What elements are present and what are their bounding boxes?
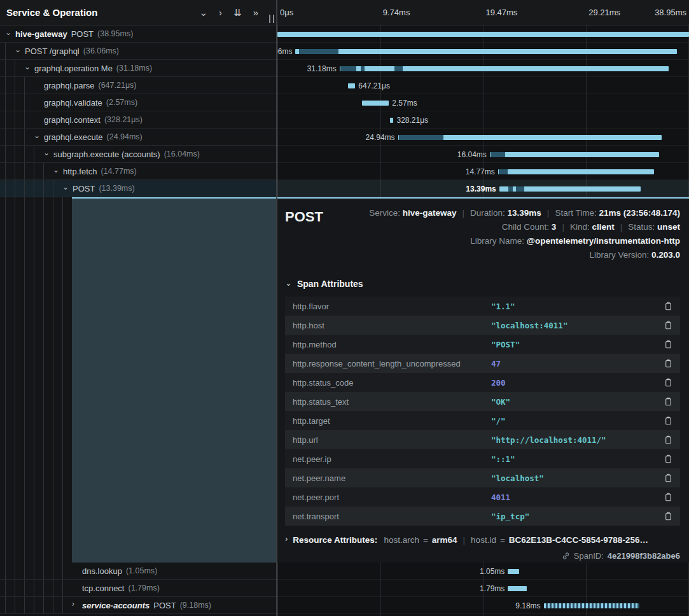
chevron-down-icon[interactable]: ⌄ [200,8,208,17]
span-timeline-row[interactable]: 36.06ms [277,43,689,60]
tick-label: 29.21ms [588,8,620,17]
attribute-key: http.flavor [293,302,491,311]
span-tree-row[interactable]: ⌄POST /graphql(36.06ms) [0,43,276,60]
copy-icon[interactable] [664,435,672,444]
separator: | [620,222,623,232]
span-bar[interactable] [340,66,669,71]
attribute-value: "/" [491,416,664,426]
copy-icon[interactable] [664,321,672,330]
span-bar[interactable] [498,169,654,174]
span-timeline-row[interactable]: 13.39ms [277,180,689,197]
span-timeline-row[interactable]: 38.95ms [277,25,689,43]
meta-value: @opentelemetry/instrumentation-http [527,236,680,246]
copy-icon[interactable] [664,493,672,501]
chevron-down-icon[interactable]: ⌄ [15,45,25,54]
span-timeline-row[interactable]: 9.18ms [277,597,689,614]
attribute-key: http.response_content_length_uncompresse… [293,359,491,368]
copy-icon[interactable] [664,359,672,368]
span-duration-text: (647.21μs) [99,81,137,90]
span-timeline-row[interactable]: 1.79ms [277,580,689,597]
copy-icon[interactable] [664,397,672,406]
span-timeline-row[interactable]: 16.04ms [277,146,689,163]
span-bar-segment [516,186,524,192]
span-timeline-row[interactable]: 1.05ms [277,563,689,580]
resource-key: host.id [471,535,496,545]
span-operation-name: dns.lookup [82,566,122,576]
resource-attributes-items: host.arch=arm64|host.id=BC62E13B-C4CC-58… [384,535,648,545]
span-tree-row[interactable]: ⌄http.fetch(14.77ms) [0,163,276,180]
span-tree-row[interactable]: graphql.context(328.21μs) [0,111,276,129]
copy-icon[interactable] [664,473,672,482]
attribute-value: 4011 [491,493,664,502]
resource-value: arm64 [432,535,457,545]
span-duration-label: 31.18ms [307,64,337,73]
span-operation-name: POST [71,29,94,39]
meta-value: 3 [552,222,557,232]
double-chevron-down-icon[interactable]: ⇊ [233,8,242,17]
span-duration-text: (14.77ms) [101,167,136,176]
span-tree-row[interactable]: ⌄graphql.operation Me(31.18ms) [0,60,276,77]
meta-value: 21ms (23:56:48.174) [599,208,680,218]
span-tree-row[interactable]: ⌄subgraph.execute (accounts)(16.04ms) [0,146,276,163]
span-attributes-header[interactable]: ⌄ Span Attributes [285,277,680,290]
span-bar[interactable] [508,569,518,574]
copy-icon[interactable] [664,512,672,521]
trace-viewer: 0μs9.74ms19.47ms29.21ms38.95ms 38.95ms36… [0,0,689,616]
span-timeline-row[interactable]: 2.57ms [277,94,689,111]
span-bar[interactable] [348,83,355,88]
copy-icon[interactable] [664,340,672,349]
span-timeline-row[interactable]: 647.21μs [277,77,689,94]
span-tree-row[interactable]: ⌄POST(13.39ms) [0,180,276,197]
chevron-down-icon[interactable]: ⌄ [53,165,63,174]
span-bar-segment [491,152,505,157]
span-bar-segment [299,49,338,54]
copy-icon[interactable] [664,378,672,387]
meta-label: Start Time: [555,208,599,218]
copy-icon[interactable] [664,416,672,425]
span-timeline-row[interactable]: 328.21μs [277,111,689,129]
span-bar[interactable] [508,586,527,591]
span-tree-row[interactable]: ›service-accountsPOST(9.18ms) [0,597,276,614]
double-chevron-right-icon[interactable]: » [253,8,258,17]
span-tree-row[interactable]: graphql.parse(647.21μs) [0,77,276,94]
span-tree-row[interactable]: tcp.connect(1.79ms) [0,580,276,597]
chevron-right-icon[interactable]: › [72,599,82,608]
span-bar-segment [361,66,365,71]
span-bar[interactable] [295,49,676,54]
span-bar[interactable] [490,152,660,157]
span-duration-text: (2.57ms) [106,98,137,107]
span-bar[interactable] [362,101,389,106]
span-bar[interactable] [544,603,639,608]
copy-icon[interactable] [664,302,672,311]
attribute-value: 47 [491,359,664,368]
meta-value: client [592,222,614,232]
tick-label: 19.47ms [486,8,518,17]
span-tree-row[interactable]: ⌄hive-gatewayPOST(38.95ms) [0,25,276,43]
span-timeline-row[interactable]: 31.18ms [277,60,689,77]
chevron-down-icon[interactable]: ⌄ [5,28,15,37]
attribute-row: net.peer.name"localhost" [285,468,680,487]
link-icon[interactable] [562,552,570,560]
attribute-row: http.flavor"1.1" [285,297,680,316]
separator: | [463,208,465,218]
span-bar[interactable] [390,118,394,123]
span-tree-row[interactable]: graphql.validate(2.57ms) [0,94,276,111]
span-tree-row[interactable]: dns.lookup(1.05ms) [0,563,276,580]
splitter-grip-icon[interactable] [269,15,274,23]
chevron-down-icon[interactable]: ⌄ [24,62,34,71]
span-bar[interactable] [277,32,689,37]
detail-meta-line: Library Name: @opentelemetry/instrumenta… [369,234,680,248]
span-timeline-row[interactable]: 14.77ms [277,163,689,180]
chevron-down-icon[interactable]: ⌄ [43,148,53,157]
span-timeline-row[interactable]: 24.94ms [277,129,689,146]
copy-icon[interactable] [664,454,672,463]
resource-attributes-row[interactable]: › Resource Attributes: host.arch=arm64|h… [285,533,680,546]
attribute-key: net.peer.port [293,493,491,502]
chevron-right-icon[interactable]: › [219,8,222,17]
span-tree-row[interactable]: ⌄graphql.execute(24.94ms) [0,129,276,146]
span-duration-text: (328.21μs) [104,115,143,124]
span-operation-name: POST [73,184,95,193]
chevron-down-icon[interactable]: ⌄ [62,183,73,192]
indent-guides [5,580,72,596]
chevron-down-icon[interactable]: ⌄ [34,131,44,140]
